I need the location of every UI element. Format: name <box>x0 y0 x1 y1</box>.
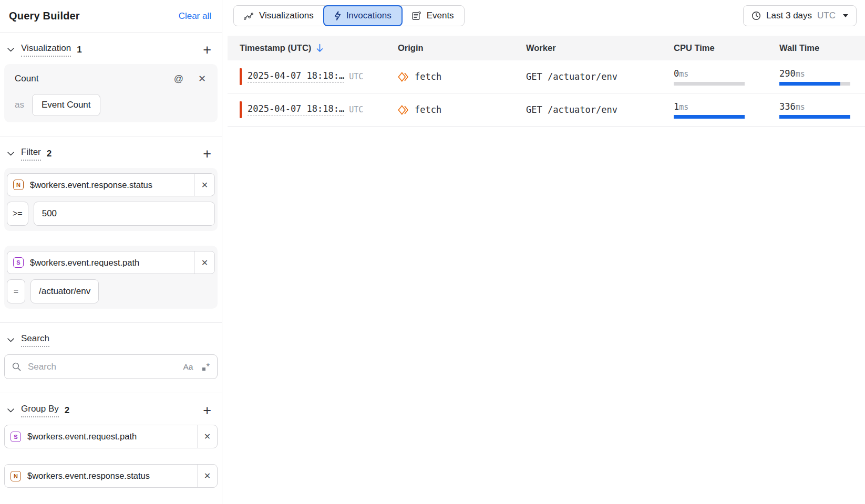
lightning-bolt-icon <box>334 11 341 20</box>
worker-value: GET /actuator/env <box>526 104 617 115</box>
wall-time-bar <box>779 115 850 119</box>
results-area: Visualizations Invocations Events Last 3… <box>222 0 865 504</box>
cpu-time-metric: 1ms <box>674 101 774 119</box>
event-note-icon <box>412 11 421 20</box>
clock-icon <box>751 11 761 20</box>
alias-at-icon[interactable]: @ <box>173 73 184 85</box>
match-case-icon[interactable]: Aa <box>183 362 193 372</box>
wall-time-metric: 336ms <box>779 101 865 119</box>
search-label: Search <box>21 333 49 347</box>
add-group-by-button[interactable]: + <box>200 404 214 418</box>
sort-descending-icon <box>316 44 324 52</box>
filter-label: Filter <box>21 147 41 161</box>
add-filter-button[interactable]: + <box>200 147 214 161</box>
chevron-down-icon[interactable] <box>5 150 16 158</box>
alias-value-button[interactable]: Event Count <box>32 94 100 116</box>
visualization-label: Visualization <box>21 43 71 57</box>
query-builder-panel: Query Builder Clear all Visualization 1 … <box>0 0 222 504</box>
column-header-cpu-time: CPU Time <box>668 43 774 53</box>
number-type-icon: N <box>13 180 24 190</box>
search-box: Aa * <box>4 354 218 379</box>
tab-events[interactable]: Events <box>402 6 464 26</box>
tab-visualizations[interactable]: Visualizations <box>234 6 324 26</box>
remove-filter-icon[interactable]: ✕ <box>194 174 214 196</box>
time-range-value: Last 3 days <box>766 10 812 21</box>
chevron-down-icon[interactable] <box>5 46 16 54</box>
origin-value: fetch <box>415 71 441 82</box>
visualization-count: 1 <box>77 45 81 55</box>
panel-title: Query Builder <box>9 10 80 22</box>
error-marker <box>240 68 242 85</box>
visualization-section: Visualization 1 + Count @ ✕ as Event Cou… <box>0 33 222 136</box>
timestamp-link[interactable]: 2025-04-07 18:18:… <box>248 70 344 83</box>
worker-value: GET /actuator/env <box>526 71 617 82</box>
invocations-table: Timestamp (UTC) Origin Worker CPU Time W… <box>228 36 865 504</box>
table-header-row: Timestamp (UTC) Origin Worker CPU Time W… <box>228 36 865 60</box>
group-by-field-name: $workers.event.response.status <box>27 471 197 481</box>
fetch-origin-icon <box>398 72 409 82</box>
chevron-down-icon[interactable] <box>5 336 16 344</box>
filter-field[interactable]: N $workers.event.response.status ✕ <box>7 173 215 196</box>
table-row[interactable]: 2025-04-07 18:18:… UTC fetch GET /actuat… <box>228 60 865 93</box>
group-by-field[interactable]: S $workers.event.request.path ✕ <box>4 425 218 448</box>
wall-time-bar <box>779 82 850 86</box>
string-type-icon: S <box>13 257 24 268</box>
column-header-wall-time: Wall Time <box>774 43 865 53</box>
regex-icon[interactable]: * <box>202 362 210 371</box>
filter-value[interactable]: /actuator/env <box>30 279 99 303</box>
remove-filter-icon[interactable]: ✕ <box>194 251 214 274</box>
filter-card: S $workers.event.request.path ✕ = /actua… <box>4 246 218 309</box>
timestamp-timezone: UTC <box>349 72 363 81</box>
number-type-icon: N <box>11 471 21 481</box>
filter-field-name: $workers.event.response.status <box>30 180 194 190</box>
cpu-time-metric: 0ms <box>674 68 774 86</box>
filter-count: 2 <box>47 149 52 159</box>
search-icon <box>12 362 21 371</box>
filter-operator[interactable]: = <box>7 279 25 303</box>
error-marker <box>240 101 242 118</box>
string-type-icon: S <box>11 432 21 442</box>
origin-value: fetch <box>415 104 441 115</box>
query-builder-header: Query Builder Clear all <box>0 0 222 33</box>
search-input[interactable] <box>28 362 183 372</box>
remove-group-by-icon[interactable]: ✕ <box>197 465 217 487</box>
timestamp-timezone: UTC <box>349 105 363 114</box>
line-chart-icon <box>244 12 254 20</box>
caret-down-icon <box>843 14 848 17</box>
column-header-timestamp[interactable]: Timestamp (UTC) <box>228 43 398 53</box>
results-toolbar: Visualizations Invocations Events Last 3… <box>222 0 865 36</box>
filter-section: Filter 2 + N $workers.event.response.sta… <box>0 136 222 323</box>
wall-time-metric: 290ms <box>779 68 865 86</box>
group-by-section: Group By 2 + S $workers.event.request.pa… <box>0 393 222 501</box>
column-header-origin: Origin <box>398 43 526 53</box>
group-by-label: Group By <box>21 404 59 417</box>
cpu-time-bar <box>674 115 745 119</box>
filter-field[interactable]: S $workers.event.request.path ✕ <box>7 251 215 274</box>
cpu-time-bar <box>674 82 745 86</box>
fetch-origin-icon <box>398 105 409 115</box>
filter-card: N $workers.event.response.status ✕ >= 50… <box>4 168 218 231</box>
view-tabs: Visualizations Invocations Events <box>233 5 465 26</box>
table-row[interactable]: 2025-04-07 18:18:… UTC fetch GET /actuat… <box>228 93 865 127</box>
group-by-field-name: $workers.event.request.path <box>27 432 197 442</box>
group-by-count: 2 <box>65 405 69 416</box>
timestamp-link[interactable]: 2025-04-07 18:18:… <box>248 103 344 116</box>
filter-operator[interactable]: >= <box>7 202 28 226</box>
remove-group-by-icon[interactable]: ✕ <box>197 425 217 448</box>
visualization-card: Count @ ✕ as Event Count <box>4 64 218 122</box>
time-range-timezone: UTC <box>817 10 836 21</box>
column-header-worker: Worker <box>526 43 668 53</box>
group-by-field[interactable]: N $workers.event.response.status ✕ <box>4 464 218 488</box>
visualization-function: Count <box>15 74 38 84</box>
tab-invocations[interactable]: Invocations <box>323 5 403 26</box>
close-icon[interactable]: ✕ <box>197 73 207 85</box>
as-label: as <box>15 100 24 110</box>
time-range-selector[interactable]: Last 3 days UTC <box>743 5 857 26</box>
filter-field-name: $workers.event.request.path <box>30 258 194 268</box>
add-visualization-button[interactable]: + <box>200 43 214 57</box>
filter-value[interactable]: 500 <box>34 202 215 226</box>
search-section: Search Aa * <box>0 323 222 393</box>
chevron-down-icon[interactable] <box>5 406 16 415</box>
clear-all-button[interactable]: Clear all <box>179 11 211 22</box>
